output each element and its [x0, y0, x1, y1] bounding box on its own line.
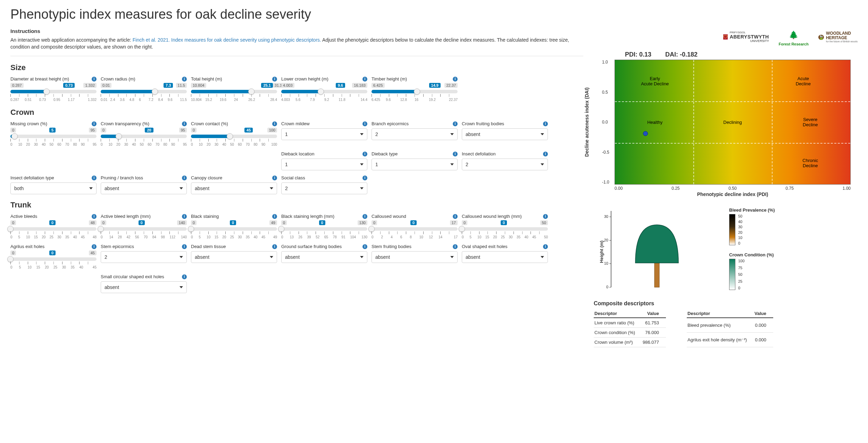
slider-track[interactable] [281, 227, 367, 231]
slider-cwlen[interactable]: Calloused wound length (mm) i 0 0 50 051… [462, 214, 548, 239]
slider-track[interactable] [191, 135, 277, 138]
dropdown-label: Dieback type [372, 151, 398, 156]
info-icon[interactable]: i [92, 176, 97, 180]
info-icon[interactable]: i [453, 121, 458, 126]
ytick: -0.5 [602, 150, 609, 155]
info-icon[interactable]: i [92, 214, 97, 219]
table-row: Crown volume (m³)986.077 [594, 338, 666, 347]
info-icon[interactable]: i [453, 214, 458, 219]
info-icon[interactable]: i [453, 77, 458, 82]
article-link[interactable]: Finch et al. 2021. Index measures for oa… [133, 37, 321, 43]
info-icon[interactable]: i [453, 244, 458, 249]
slider-track[interactable] [101, 90, 187, 93]
slider-track[interactable] [281, 90, 367, 93]
info-icon[interactable]: i [362, 176, 367, 180]
region-label: EarlyAcute Decline [641, 76, 669, 86]
section-crown: Crown [10, 108, 583, 117]
slider-max: 140 [177, 220, 187, 225]
info-icon[interactable]: i [182, 121, 187, 126]
slider-lch[interactable]: Lower crown height (m) i 4.003 9.6 16.18… [281, 76, 367, 102]
slider-track[interactable] [101, 135, 187, 138]
dropdown-field[interactable]: both [10, 182, 97, 194]
slider-track[interactable] [101, 227, 187, 231]
info-icon[interactable]: i [92, 244, 97, 249]
info-icon[interactable]: i [543, 214, 548, 219]
slider-track[interactable] [10, 257, 97, 261]
dropdown-field[interactable]: absent [462, 128, 548, 140]
info-icon[interactable]: i [362, 244, 367, 249]
info-icon[interactable]: i [182, 244, 187, 249]
dropdown-field[interactable]: absent [101, 182, 187, 194]
dropdown-field[interactable]: 2 [281, 182, 367, 194]
info-icon[interactable]: i [182, 77, 187, 82]
dropdown-field[interactable]: absent [462, 251, 548, 263]
dropdown-field[interactable]: 2 [372, 128, 458, 140]
info-icon[interactable]: i [362, 77, 367, 82]
chevron-down-icon [450, 133, 454, 135]
dropdown-field[interactable]: absent [191, 251, 277, 263]
slider-track[interactable] [372, 90, 458, 93]
aber-line3: UNIVERSITY [730, 40, 769, 43]
slider-crad[interactable]: Crown radius (m) i 0.01 7.3 11.5 0.012.4… [101, 76, 187, 102]
info-icon[interactable]: i [543, 121, 548, 126]
dropdown-field[interactable]: 1 [281, 159, 367, 170]
dropdown-field[interactable]: absent [372, 251, 458, 263]
info-icon[interactable]: i [182, 176, 187, 180]
info-icon[interactable]: i [272, 244, 277, 249]
dropdown-label: Stem fruiting bodies [372, 244, 411, 249]
slider-track[interactable] [191, 227, 277, 231]
dropdown-value: absent [285, 254, 300, 260]
info-icon[interactable]: i [272, 176, 277, 180]
bleed-gradient [729, 214, 735, 245]
legend-bleed: Bleed Prevalence (%) 50403020100 [729, 207, 775, 245]
info-icon[interactable]: i [543, 152, 548, 156]
dropdown-field[interactable]: 2 [462, 159, 548, 170]
slider-ableeds[interactable]: Active bleeds i 0 0 48 05101520253035404… [10, 214, 97, 239]
slider-track[interactable] [462, 227, 548, 231]
dropdown-field[interactable]: absent [101, 281, 187, 293]
dropdown-field[interactable]: 2 [101, 251, 187, 263]
slider-ablen[interactable]: Active bleed length (mm) i 0 0 140 01428… [101, 214, 187, 239]
info-icon[interactable]: i [272, 121, 277, 126]
info-icon[interactable]: i [272, 214, 277, 219]
dropdown-field[interactable]: 1 [281, 128, 367, 140]
info-icon[interactable]: i [543, 244, 548, 249]
slider-ctrans[interactable]: Crown transparency (%) i 0 20 95 0102030… [101, 121, 187, 146]
dropdown-small_circ_exit: Small circular shaped exit holes i absen… [101, 274, 187, 293]
info-icon[interactable]: i [92, 77, 97, 82]
slider-agexit[interactable]: Agrilus exit holes i 0 0 45 051015202530… [10, 244, 97, 269]
slider-track[interactable] [372, 227, 458, 231]
dropdown-stem_epicormics: Stem epicormics i 2 [101, 244, 187, 269]
slider-ccont[interactable]: Crown contact (%) i 0 45 100 01020304050… [191, 121, 277, 146]
slider-dbh[interactable]: Diameter at breast height (m) i 0.287 0.… [10, 76, 97, 102]
slider-track[interactable] [191, 90, 277, 93]
dropdown-field[interactable]: 1 [372, 159, 458, 170]
info-icon[interactable]: i [453, 152, 458, 156]
info-icon[interactable]: i [92, 121, 97, 126]
info-icon[interactable]: i [362, 152, 367, 156]
slider-bslen[interactable]: Black staining length (mm) i 0 0 130 013… [281, 214, 367, 239]
slider-missc[interactable]: Missing crown (%) i 0 5 95 0102030405060… [10, 121, 97, 146]
slider-track[interactable] [10, 90, 97, 93]
slider-timh[interactable]: Timber height (m) i 6.425 14.9 22.37 6.4… [372, 76, 458, 102]
info-icon[interactable]: i [362, 121, 367, 126]
info-icon[interactable]: i [182, 274, 187, 279]
slider-th[interactable]: Total height (m) i 10.804 25.1 31.129 10… [191, 76, 277, 102]
slider-label: Calloused wound [372, 214, 406, 219]
slider-cwound[interactable]: Calloused wound i 0 0 17 0246810121417 [372, 214, 458, 239]
dropdown-field[interactable]: absent [191, 182, 277, 194]
dropdown-field[interactable]: absent [281, 251, 367, 263]
slider-bstain[interactable]: Black staining i 0 0 49 0510152025303540… [191, 214, 277, 239]
chevron-down-icon [450, 256, 454, 258]
info-icon[interactable]: i [272, 77, 277, 82]
slider-ticks: 4.0035.67.99.211.814.4 [281, 98, 367, 102]
dropdown-value: absent [466, 131, 480, 137]
slider-track[interactable] [10, 227, 97, 231]
info-icon[interactable]: i [362, 214, 367, 219]
svg-text:0: 0 [606, 285, 608, 289]
logo-woodland-heritage: 🍃 WOODLAND HERITAGE for the future of Br… [818, 31, 858, 43]
slider-label: Agrilus exit holes [10, 244, 44, 249]
info-icon[interactable]: i [182, 214, 187, 219]
slider-value: 0 [501, 220, 507, 225]
slider-track[interactable] [10, 135, 97, 138]
